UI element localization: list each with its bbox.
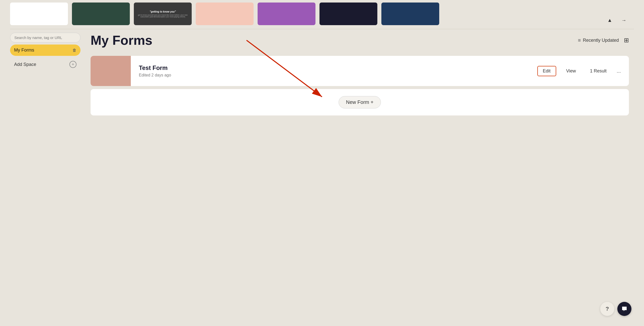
main-content: My Forms ≡ Recently Updated ⊞ Test Form … [91,33,629,311]
template-card-3-subtitle: get to know yourself and your brand like… [136,14,190,18]
template-card-4[interactable] [196,3,254,25]
search-input[interactable] [10,33,80,43]
chat-button[interactable] [617,302,631,316]
trash-icon[interactable]: 🗑 [72,48,76,53]
template-card-3-title: "getting to know you" [150,10,176,13]
sidebar: My Forms 🗑 Add Space + [10,33,80,71]
forms-header: My Forms ≡ Recently Updated ⊞ [91,33,629,48]
results-button[interactable]: 1 Result [586,66,611,76]
forms-controls: ≡ Recently Updated ⊞ [578,37,629,44]
template-card-3[interactable]: "getting to know you" get to know yourse… [134,3,192,25]
sort-label: Recently Updated [583,38,619,43]
section-divider [10,29,634,29]
chat-icon [621,306,628,312]
page-title: My Forms [91,33,152,48]
form-list-item: Test Form Edited 2 days ago Edit View 1 … [91,56,629,86]
help-button[interactable]: ? [600,302,614,316]
sort-button[interactable]: ≡ Recently Updated [578,37,619,43]
template-card-5[interactable] [258,3,315,25]
form-actions: Edit View 1 Result ... [537,66,629,76]
search-container [10,33,80,43]
template-card-2[interactable] [72,3,130,25]
grid-icon: ⊞ [624,37,629,44]
form-name: Test Form [139,64,529,71]
sidebar-item-my-forms[interactable]: My Forms 🗑 [10,45,80,56]
carousel-prev-button[interactable]: ▲ [605,15,615,25]
plus-icon[interactable]: + [69,61,76,68]
view-button[interactable]: View [562,66,580,76]
more-options-button[interactable]: ... [617,68,621,74]
carousel-next-button[interactable]: → [619,15,629,25]
form-meta: Edited 2 days ago [139,73,529,77]
grid-view-button[interactable]: ⊞ [624,37,629,44]
template-card-6[interactable] [319,3,377,25]
template-card-1[interactable] [10,3,68,25]
form-info: Test Form Edited 2 days ago [131,59,537,83]
edit-button[interactable]: Edit [537,66,556,76]
new-form-button[interactable]: New Form + [339,96,381,108]
carousel-navigation: ▲ → [605,15,629,25]
template-carousel: "getting to know you" get to know yourse… [0,0,644,28]
bottom-right-buttons: ? [600,302,631,316]
sidebar-item-add-space-label: Add Space [14,62,36,67]
new-form-container: New Form + [91,89,629,115]
sidebar-item-my-forms-label: My Forms [14,48,34,53]
template-card-7[interactable] [381,3,439,25]
sidebar-item-add-space[interactable]: Add Space + [10,58,80,71]
form-thumbnail [91,56,131,86]
sort-icon: ≡ [578,37,581,43]
